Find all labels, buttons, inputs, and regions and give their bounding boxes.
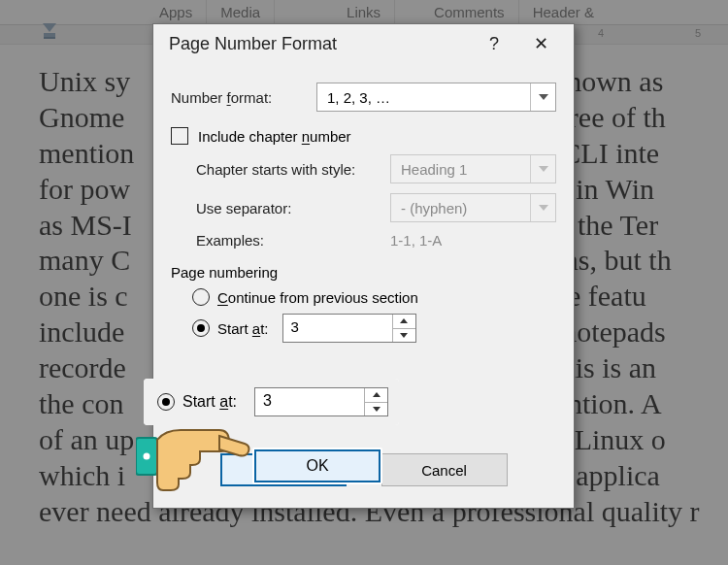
close-button[interactable]: ✕ [517,28,564,59]
start-at-spinner-hl[interactable]: 3 [254,387,388,416]
ruler-tick-4: 4 [598,27,604,39]
page-numbering-group: Page numbering [171,264,556,281]
start-at-label-hl: Start at: [182,393,237,411]
ribbon-tab-media[interactable]: Media [207,2,274,22]
ruler-tick-5: 5 [695,27,701,39]
indent-marker[interactable] [43,23,56,47]
cancel-label: Cancel [421,462,467,479]
examples-value: 1-1, 1-A [390,232,442,249]
include-chapter-label: Include chapter number [198,128,351,145]
radio-start-at[interactable] [192,319,210,337]
ok-label-hl: OK [306,457,328,475]
chapter-style-value: Heading 1 [391,161,530,178]
spin-down-hl[interactable] [365,403,387,416]
start-at-label: Start at: [217,320,269,337]
pointing-hand-icon [136,416,252,494]
spin-down-icon[interactable] [393,329,415,343]
start-at-spinner[interactable]: 3 [282,314,416,343]
help-button[interactable]: ? [471,28,517,59]
continue-label: Continue from previous section [217,289,418,306]
ok-button-hl[interactable]: OK [254,449,381,482]
examples-label: Examples: [196,232,390,249]
ribbon-tab-links[interactable]: Links [333,2,394,22]
radio-continue[interactable] [192,288,210,306]
start-at-value-hl[interactable]: 3 [255,388,364,415]
app-window: Apps Media Links Comments Header & 4 5 U… [0,0,728,565]
number-format-label: Number format: [171,89,316,106]
chevron-down-icon[interactable] [530,83,555,111]
separator-value: - (hyphen) [391,200,530,216]
spin-up-hl[interactable] [365,388,387,403]
number-format-value: 1, 2, 3, … [317,89,530,106]
spin-up-icon[interactable] [393,315,415,329]
ribbon-tab-comments[interactable]: Comments [420,2,518,22]
dialog-title: Page Number Format [169,34,471,54]
dialog-titlebar: Page Number Format ? ✕ [153,24,574,63]
radio-start-at-hl[interactable] [157,393,175,411]
chapter-style-label: Chapter starts with style: [196,161,390,178]
cancel-button[interactable]: Cancel [381,453,508,486]
separator-select: - (hyphen) [390,193,556,222]
ribbon-tab-header[interactable]: Header & [519,2,608,22]
ribbon-tab-apps[interactable]: Apps [146,2,206,22]
chapter-style-select: Heading 1 [390,154,556,183]
number-format-select[interactable]: 1, 2, 3, … [316,83,556,112]
include-chapter-checkbox[interactable] [171,127,188,145]
start-at-value[interactable]: 3 [283,315,392,342]
ribbon-tabs: Apps Media Links Comments Header & [0,0,728,25]
separator-label: Use separator: [196,200,390,216]
chevron-down-icon [530,155,555,183]
chevron-down-icon [530,194,555,221]
svg-point-1 [144,453,150,460]
